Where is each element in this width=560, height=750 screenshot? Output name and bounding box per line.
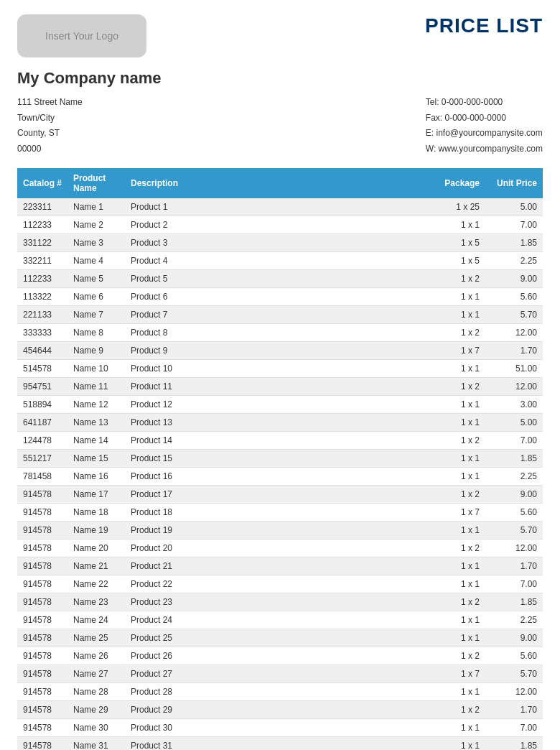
cell-package: 1 x 1 <box>428 575 485 593</box>
cell-name: Name 22 <box>67 575 125 593</box>
cell-description: Product 7 <box>125 306 428 324</box>
cell-price: 2.25 <box>485 611 543 629</box>
cell-price: 12.00 <box>485 683 543 701</box>
cell-name: Name 20 <box>67 540 125 557</box>
cell-price: 5.60 <box>485 288 543 306</box>
cell-description: Product 23 <box>125 593 428 611</box>
cell-catalog: 914578 <box>17 629 67 647</box>
cell-package: 1 x 1 <box>428 306 485 324</box>
cell-price: 9.00 <box>485 629 543 647</box>
cell-description: Product 19 <box>125 522 428 540</box>
cell-price: 12.00 <box>485 540 543 557</box>
cell-name: Name 6 <box>67 288 125 306</box>
cell-price: 1.70 <box>485 557 543 575</box>
cell-price: 1.70 <box>485 342 543 360</box>
cell-catalog: 914578 <box>17 683 67 701</box>
address-line4: 00000 <box>17 142 83 157</box>
cell-price: 5.70 <box>485 522 543 540</box>
cell-catalog: 518894 <box>17 396 67 414</box>
cell-package: 1 x 1 <box>428 396 485 414</box>
table-row: 113322Name 6Product 61 x 15.60 <box>17 288 543 306</box>
cell-price: 5.70 <box>485 306 543 324</box>
cell-catalog: 914578 <box>17 665 67 683</box>
cell-description: Product 27 <box>125 665 428 683</box>
cell-name: Name 14 <box>67 432 125 450</box>
cell-name: Name 19 <box>67 522 125 540</box>
header-section: Insert Your Logo PRICE LIST <box>17 14 543 57</box>
cell-package: 1 x 5 <box>428 234 485 252</box>
table-row: 641187Name 13Product 131 x 15.00 <box>17 414 543 432</box>
cell-catalog: 221133 <box>17 306 67 324</box>
cell-price: 7.00 <box>485 719 543 737</box>
cell-package: 1 x 2 <box>428 270 485 288</box>
cell-price: 5.70 <box>485 665 543 683</box>
cell-catalog: 914578 <box>17 719 67 737</box>
cell-name: Name 15 <box>67 450 125 468</box>
cell-description: Product 12 <box>125 396 428 414</box>
cell-package: 1 x 7 <box>428 504 485 522</box>
cell-package: 1 x 1 <box>428 216 485 234</box>
cell-name: Name 28 <box>67 683 125 701</box>
table-row: 914578Name 28Product 281 x 112.00 <box>17 683 543 701</box>
cell-description: Product 17 <box>125 486 428 504</box>
cell-description: Product 16 <box>125 468 428 486</box>
cell-catalog: 641187 <box>17 414 67 432</box>
cell-description: Product 31 <box>125 737 428 750</box>
table-row: 781458Name 16Product 161 x 12.25 <box>17 468 543 486</box>
logo-placeholder[interactable]: Insert Your Logo <box>17 14 146 57</box>
cell-price: 3.00 <box>485 396 543 414</box>
cell-price: 1.85 <box>485 593 543 611</box>
header-catalog: Catalog # <box>17 168 67 198</box>
cell-price: 7.00 <box>485 432 543 450</box>
cell-description: Product 6 <box>125 288 428 306</box>
cell-price: 51.00 <box>485 360 543 378</box>
cell-price: 1.85 <box>485 450 543 468</box>
table-row: 112233Name 2Product 21 x 17.00 <box>17 216 543 234</box>
cell-name: Name 4 <box>67 252 125 270</box>
email: E: info@yourcompanysite.com <box>426 126 543 142</box>
cell-description: Product 28 <box>125 683 428 701</box>
table-row: 124478Name 14Product 141 x 27.00 <box>17 432 543 450</box>
cell-catalog: 914578 <box>17 647 67 665</box>
cell-description: Product 10 <box>125 360 428 378</box>
cell-price: 1.85 <box>485 234 543 252</box>
cell-catalog: 914578 <box>17 540 67 557</box>
table-row: 514578Name 10Product 101 x 151.00 <box>17 360 543 378</box>
cell-catalog: 914578 <box>17 701 67 719</box>
cell-package: 1 x 2 <box>428 701 485 719</box>
cell-name: Name 30 <box>67 719 125 737</box>
cell-package: 1 x 2 <box>428 432 485 450</box>
cell-name: Name 26 <box>67 647 125 665</box>
cell-description: Product 11 <box>125 378 428 396</box>
cell-catalog: 914578 <box>17 504 67 522</box>
cell-catalog: 514578 <box>17 360 67 378</box>
cell-description: Product 15 <box>125 450 428 468</box>
cell-name: Name 24 <box>67 611 125 629</box>
cell-name: Name 2 <box>67 216 125 234</box>
table-row: 914578Name 19Product 191 x 15.70 <box>17 522 543 540</box>
cell-price: 5.60 <box>485 504 543 522</box>
cell-description: Product 30 <box>125 719 428 737</box>
cell-price: 12.00 <box>485 324 543 342</box>
cell-package: 1 x 2 <box>428 486 485 504</box>
header-package: Package <box>428 168 485 198</box>
cell-name: Name 3 <box>67 234 125 252</box>
cell-package: 1 x 7 <box>428 342 485 360</box>
cell-description: Product 4 <box>125 252 428 270</box>
cell-catalog: 914578 <box>17 522 67 540</box>
cell-description: Product 9 <box>125 342 428 360</box>
cell-description: Product 29 <box>125 701 428 719</box>
table-row: 223311Name 1Product 11 x 255.00 <box>17 198 543 216</box>
cell-package: 1 x 1 <box>428 719 485 737</box>
cell-package: 1 x 2 <box>428 647 485 665</box>
cell-name: Name 21 <box>67 557 125 575</box>
cell-package: 1 x 1 <box>428 611 485 629</box>
table-row: 331122Name 3Product 31 x 51.85 <box>17 234 543 252</box>
cell-name: Name 31 <box>67 737 125 750</box>
table-row: 914578Name 18Product 181 x 75.60 <box>17 504 543 522</box>
cell-package: 1 x 1 <box>428 360 485 378</box>
cell-name: Name 5 <box>67 270 125 288</box>
table-row: 221133Name 7Product 71 x 15.70 <box>17 306 543 324</box>
table-row: 914578Name 30Product 301 x 17.00 <box>17 719 543 737</box>
cell-price: 5.00 <box>485 414 543 432</box>
